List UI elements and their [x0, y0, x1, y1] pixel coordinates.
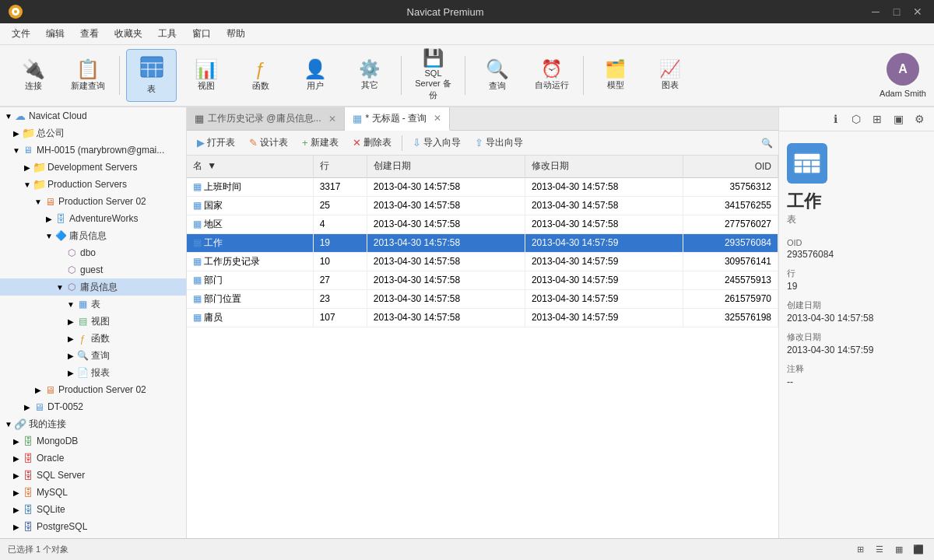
search-button[interactable]: 🔍	[759, 135, 774, 151]
open-table-button[interactable]: ▶ 打开表	[191, 134, 241, 152]
table-row[interactable]: ▦上班时间 3317 2013-04-30 14:57:58 2013-04-3…	[187, 177, 778, 196]
sidebar-item-mysql[interactable]: ▶ 🗄 MySQL	[0, 484, 186, 501]
col-header-name[interactable]: 名 ▼	[187, 156, 313, 177]
import-wizard-button[interactable]: ⇩ 导入向导	[406, 134, 467, 152]
toolbar-user[interactable]: 👤 用户	[290, 49, 340, 102]
sidebar-item-sqlserver[interactable]: ▶ 🗄 SQL Server	[0, 467, 186, 484]
toolbar-user-profile[interactable]: A Adam Smith	[880, 53, 926, 98]
settings-icon[interactable]: ⚙	[911, 110, 928, 128]
tab-history-close[interactable]: ✕	[328, 114, 336, 124]
menu-favorites[interactable]: 收藏夹	[107, 24, 150, 44]
sidebar-item-my-connections[interactable]: ▼ 🔗 我的连接	[0, 415, 186, 432]
tab-history[interactable]: ▦ 工作历史记录 @庸员信息... ✕	[187, 107, 345, 130]
minimize-button[interactable]: ─	[867, 3, 884, 20]
postgresql-icon: 🗄	[22, 520, 34, 533]
hex-icon[interactable]: ⬡	[848, 110, 865, 128]
table-row[interactable]: ▦部门位置 23 2013-04-30 14:57:58 2013-04-30 …	[187, 289, 778, 308]
toolbar-auto-run[interactable]: ⏰ 自动运行	[526, 49, 577, 102]
cell-modified: 2013-04-30 14:57:59	[525, 271, 683, 289]
table-row[interactable]: ▦部门 27 2013-04-30 14:57:58 2013-04-30 14…	[187, 271, 778, 289]
status-detail-icon[interactable]: ▦	[891, 542, 907, 558]
status-view-icon[interactable]: ⬛	[911, 542, 926, 558]
menu-file[interactable]: 文件	[4, 24, 38, 44]
cell-oid: 325576198	[683, 308, 778, 327]
sidebar-item-mh0015[interactable]: ▼ 🖥 MH-0015 (marybrown@gmai...	[0, 142, 186, 159]
design-table-button[interactable]: ✎ 设计表	[243, 134, 294, 152]
tab-query[interactable]: ▦ * 无标题 - 查询 ✕	[345, 107, 451, 131]
col-header-created[interactable]: 创建日期	[367, 156, 525, 177]
cell-oid: 261575970	[683, 289, 778, 308]
sidebar-item-tables[interactable]: ▼ ▦ 表	[0, 296, 186, 313]
delete-table-button[interactable]: ✕ 删除表	[346, 134, 398, 152]
menu-help[interactable]: 帮助	[219, 24, 253, 44]
sidebar-item-reports[interactable]: ▶ 📄 报表	[0, 364, 186, 381]
maximize-button[interactable]: □	[888, 3, 905, 20]
toolbar-sqlserver[interactable]: 💾 SQL Server 备份	[408, 49, 458, 102]
table2-icon[interactable]: ▣	[890, 110, 907, 128]
menu-tools[interactable]: 工具	[150, 24, 184, 44]
sidebar-item-oracle[interactable]: ▶ 🗄 Oracle	[0, 450, 186, 467]
toolbar-query[interactable]: 🔍 查询	[472, 49, 522, 102]
sidebar-item-navicat-cloud[interactable]: ▼ ☁ Navicat Cloud	[0, 107, 186, 124]
toolbar-connect[interactable]: 🔌 连接	[8, 49, 58, 102]
col-header-oid[interactable]: OID	[683, 156, 778, 177]
table-row[interactable]: ▦国家 25 2013-04-30 14:57:58 2013-04-30 14…	[187, 196, 778, 215]
sidebar-item-company[interactable]: ▶ 📁 总公司	[0, 124, 186, 142]
sidebar-item-views[interactable]: ▶ ▤ 视图	[0, 313, 186, 330]
table-row[interactable]: ▦地区 4 2013-04-30 14:57:58 2013-04-30 14:…	[187, 215, 778, 233]
toolbar-view[interactable]: 📊 视图	[181, 49, 231, 102]
menu-window[interactable]: 窗口	[184, 24, 219, 44]
prod-server-02-1-label: Production Server 02	[58, 196, 146, 207]
new-table-icon: +	[302, 137, 308, 149]
cell-rows: 19	[313, 233, 367, 252]
sidebar-item-funcs[interactable]: ▶ ƒ 函数	[0, 330, 186, 347]
menu-view[interactable]: 查看	[72, 24, 107, 44]
col-header-rows[interactable]: 行	[313, 156, 367, 177]
table-row[interactable]: ▦庸员 107 2013-04-30 14:57:58 2013-04-30 1…	[187, 308, 778, 327]
navicat-cloud-label: Navicat Cloud	[29, 110, 87, 121]
menu-edit[interactable]: 编辑	[38, 24, 72, 44]
toolbar-table[interactable]: 表	[126, 49, 177, 102]
cell-created: 2013-04-30 14:57:58	[367, 271, 525, 289]
sidebar-item-sqlite[interactable]: ▶ 🗄 SQLite	[0, 501, 186, 518]
toolbar-chart[interactable]: 📈 图表	[644, 49, 695, 102]
close-button[interactable]: ✕	[909, 3, 926, 20]
sidebar-item-employee-schema[interactable]: ▼ 🔷 庸员信息	[0, 227, 186, 244]
status-list-icon[interactable]: ☰	[872, 542, 887, 558]
sidebar-item-prod-servers[interactable]: ▼ 📁 Production Servers	[0, 176, 186, 193]
tab-query-close[interactable]: ✕	[434, 113, 441, 124]
grid-icon[interactable]: ⊞	[869, 110, 886, 128]
sidebar-item-employee-info-2[interactable]: ▼ ⬡ 庸员信息	[0, 278, 186, 296]
col-header-modified[interactable]: 修改日期	[525, 156, 683, 177]
sidebar-item-mongodb[interactable]: ▶ 🗄 MongoDB	[0, 432, 186, 450]
sidebar-item-dbo[interactable]: ⬡ dbo	[0, 244, 186, 261]
sidebar-item-queries[interactable]: ▶ 🔍 查询	[0, 347, 186, 364]
toolbar-new-query[interactable]: 📋 新建查询	[62, 49, 113, 102]
table-row[interactable]: ▦工作 19 2013-04-30 14:57:58 2013-04-30 14…	[187, 233, 778, 252]
tab-history-label: 工作历史记录 @庸员信息...	[208, 112, 321, 125]
sqlite-label: SQLite	[37, 504, 65, 515]
queries-icon: 🔍	[76, 349, 89, 362]
sidebar-item-dev-servers[interactable]: ▶ 📁 Development Servers	[0, 159, 186, 176]
sidebar-item-prod-server-02-2[interactable]: ▶ 🖥 Production Server 02	[0, 381, 186, 398]
new-table-label: 新建表	[311, 136, 339, 149]
export-wizard-button[interactable]: ⇧ 导出向导	[469, 134, 529, 152]
toolbar-model[interactable]: 🗂️ 模型	[590, 49, 641, 102]
sidebar-item-guest[interactable]: ⬡ guest	[0, 261, 186, 278]
info-icon[interactable]: ℹ	[827, 110, 844, 128]
sidebar-item-postgresql[interactable]: ▶ 🗄 PostgreSQL	[0, 518, 186, 535]
sidebar-item-mariadb[interactable]: ▶ 🗄 MariaDB	[0, 535, 186, 538]
toolbar-other[interactable]: ⚙️ 其它	[344, 49, 395, 102]
prod-server-02-2-label: Production Server 02	[58, 384, 146, 395]
sidebar-item-prod-server-02-1[interactable]: ▼ 🖥 Production Server 02	[0, 193, 186, 210]
dt0052-label: DT-0052	[47, 401, 83, 412]
sidebar-item-dt0052[interactable]: ▶ 🖥 DT-0052	[0, 398, 186, 415]
toolbar-func[interactable]: ƒ 函数	[235, 49, 286, 102]
table-row[interactable]: ▦工作历史记录 10 2013-04-30 14:57:58 2013-04-3…	[187, 252, 778, 271]
new-table-button[interactable]: + 新建表	[296, 134, 345, 152]
cell-oid: 293576084	[683, 233, 778, 252]
sidebar-item-adventure-works[interactable]: ▶ 🗄 AdventureWorks	[0, 210, 186, 227]
status-grid-icon[interactable]: ⊞	[852, 542, 868, 558]
main-area: ▼ ☁ Navicat Cloud ▶ 📁 总公司 ▼ 🖥 MH-0015 (m…	[0, 107, 934, 538]
model-icon: 🗂️	[605, 61, 626, 78]
